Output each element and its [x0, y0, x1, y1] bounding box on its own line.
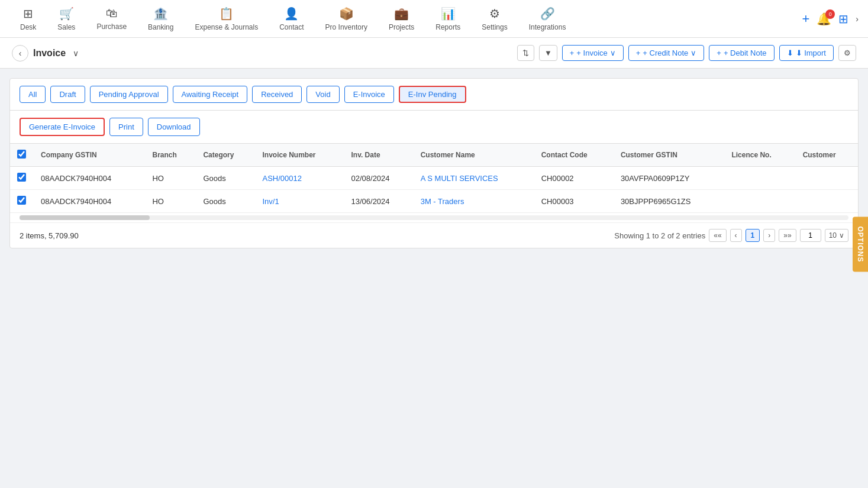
- title-chevron-icon[interactable]: ∨: [73, 49, 79, 58]
- nav-item-expense-journals[interactable]: 📋Expense & Journals: [184, 0, 269, 37]
- banking-label: Banking: [148, 23, 173, 31]
- horizontal-scrollbar[interactable]: [20, 215, 848, 220]
- cell-contact-code-0: CH00002: [534, 167, 614, 190]
- page-jump-input[interactable]: [800, 229, 821, 242]
- nav-chevron-icon[interactable]: ›: [856, 14, 859, 24]
- col-licence-no: Licence No.: [724, 144, 795, 167]
- tab-e-inv-pending[interactable]: E-Inv Pending: [399, 86, 466, 103]
- nav-item-purchase[interactable]: 🛍Purchase: [86, 0, 137, 37]
- cell-customer-gstin-0: 30AVFPA0609P1ZY: [614, 167, 725, 190]
- projects-icon: 💼: [394, 7, 409, 21]
- table-footer: 2 items, 5,709.90 Showing 1 to 2 of 2 en…: [10, 222, 858, 248]
- nav-item-banking[interactable]: 🏦Banking: [137, 0, 184, 37]
- header-actions: ⇅ ▼ + + Invoice ∨ + + Credit Note ∨ + + …: [517, 45, 856, 61]
- sales-label: Sales: [57, 23, 75, 31]
- expense-journals-icon: 📋: [219, 7, 234, 21]
- cell-category-1: Goods: [196, 190, 255, 213]
- col-inv-date: Inv. Date: [344, 144, 414, 167]
- settings-label: Settings: [482, 23, 507, 31]
- last-page-button[interactable]: »»: [779, 229, 796, 242]
- tab-received[interactable]: Received: [252, 86, 302, 103]
- back-button[interactable]: ‹: [12, 45, 28, 62]
- nav-item-desk[interactable]: ⊞Desk: [9, 0, 47, 37]
- expense-journals-label: Expense & Journals: [195, 23, 258, 31]
- back-icon: ‹: [19, 49, 22, 58]
- prev-page-button[interactable]: ‹: [730, 229, 742, 242]
- cell-customer-name-0[interactable]: A S MULTI SERVICES: [414, 167, 534, 190]
- cell-invoice-number-0[interactable]: ASH/00012: [255, 167, 344, 190]
- generate-einvoice-button[interactable]: Generate E-Invoice: [20, 118, 105, 136]
- col-customer-gstin: Customer GSTIN: [614, 144, 725, 167]
- cell-customer-0: [796, 167, 858, 190]
- purchase-label: Purchase: [96, 22, 127, 31]
- main-content: AllDraftPending ApprovalAwaiting Receipt…: [9, 78, 859, 248]
- page-size-selector[interactable]: 10 ∨: [825, 229, 848, 242]
- import-icon: ⬇: [787, 49, 793, 57]
- tab-void[interactable]: Void: [306, 86, 339, 103]
- nav-item-reports[interactable]: 📊Reports: [425, 0, 471, 37]
- tab-e-invoice[interactable]: E-Invoice: [344, 86, 394, 103]
- sub-header: ‹ Invoice ∨ ⇅ ▼ + + Invoice ∨ + + Credit…: [0, 38, 868, 69]
- import-button[interactable]: ⬇ ⬇ Import: [779, 45, 834, 61]
- nav-right: + 🔔 0 ⊞ ›: [802, 11, 859, 27]
- contact-label: Contact: [279, 23, 304, 31]
- grid-icon[interactable]: ⊞: [838, 12, 848, 26]
- credit-note-chevron-icon: ∨: [690, 49, 696, 57]
- credit-note-button[interactable]: + + Credit Note ∨: [628, 45, 705, 61]
- col-invoice-number: Invoice Number: [255, 144, 344, 167]
- debit-note-button[interactable]: + + Debit Note: [709, 45, 774, 61]
- col-category: Category: [196, 144, 255, 167]
- download-button[interactable]: Download: [148, 118, 200, 136]
- reports-label: Reports: [435, 23, 460, 31]
- filter-button[interactable]: ▼: [539, 45, 557, 61]
- pro-inventory-label: Pro Inventory: [325, 23, 367, 31]
- table-row: 08AADCK7940H004 HO Goods Inv/1 13/06/202…: [10, 190, 858, 213]
- current-page: 1: [746, 229, 760, 242]
- cell-customer-name-1[interactable]: 3M - Traders: [414, 190, 534, 213]
- col-customer: Customer: [796, 144, 858, 167]
- col-customer-name: Customer Name: [414, 144, 534, 167]
- nav-item-contact[interactable]: 👤Contact: [269, 0, 314, 37]
- cell-customer-1: [796, 190, 858, 213]
- table-settings-button[interactable]: ⚙: [838, 45, 856, 61]
- nav-item-projects[interactable]: 💼Projects: [378, 0, 425, 37]
- tab-pending-approval[interactable]: Pending Approval: [90, 86, 168, 103]
- nav-item-settings[interactable]: ⚙Settings: [471, 0, 518, 37]
- next-page-button[interactable]: ›: [763, 229, 775, 242]
- row-checkbox-cell-0: [10, 167, 34, 190]
- add-button[interactable]: +: [802, 11, 809, 27]
- invoice-chevron-icon: ∨: [610, 49, 616, 57]
- new-invoice-button[interactable]: + + Invoice ∨: [562, 45, 624, 61]
- select-all-checkbox[interactable]: [17, 150, 26, 159]
- nav-item-sales[interactable]: 🛒Sales: [47, 0, 86, 37]
- sort-button[interactable]: ⇅: [517, 45, 534, 61]
- nav-item-integrations[interactable]: 🔗Integrations: [518, 0, 577, 37]
- col-branch: Branch: [145, 144, 196, 167]
- contact-icon: 👤: [284, 7, 299, 21]
- scrollbar-thumb[interactable]: [20, 215, 150, 220]
- sales-icon: 🛒: [59, 7, 74, 21]
- tab-draft[interactable]: Draft: [50, 86, 85, 103]
- row-checkbox-0[interactable]: [17, 173, 26, 182]
- cell-branch-0: HO: [145, 167, 196, 190]
- table-container: Company GSTIN Branch Category Invoice Nu…: [10, 144, 858, 213]
- tab-awaiting-receipt[interactable]: Awaiting Receipt: [173, 86, 248, 103]
- row-checkbox-1[interactable]: [17, 196, 26, 205]
- cell-company-gstin-1: 08AADCK7940H004: [34, 190, 145, 213]
- nav-item-pro-inventory[interactable]: 📦Pro Inventory: [315, 0, 378, 37]
- cell-customer-gstin-1: 30BJPPP6965G1ZS: [614, 190, 725, 213]
- page-size-chevron-icon: ∨: [839, 231, 844, 240]
- pagination: Showing 1 to 2 of 2 entries «« ‹ 1 › »» …: [614, 229, 848, 242]
- print-button[interactable]: Print: [109, 118, 143, 136]
- first-page-button[interactable]: ««: [709, 229, 726, 242]
- notification-bell[interactable]: 🔔 0: [817, 12, 831, 26]
- options-sidebar[interactable]: OPTIONS: [853, 216, 868, 258]
- cell-inv-date-0: 02/08/2024: [344, 167, 414, 190]
- cell-invoice-number-1[interactable]: Inv/1: [255, 190, 344, 213]
- tabs-container: AllDraftPending ApprovalAwaiting Receipt…: [10, 79, 858, 111]
- banking-icon: 🏦: [153, 7, 168, 21]
- items-count: 2 items, 5,709.90: [20, 231, 79, 240]
- tab-all[interactable]: All: [20, 86, 46, 103]
- top-nav: ⊞Desk🛒Sales🛍Purchase🏦Banking📋Expense & J…: [0, 0, 868, 38]
- pro-inventory-icon: 📦: [339, 7, 354, 21]
